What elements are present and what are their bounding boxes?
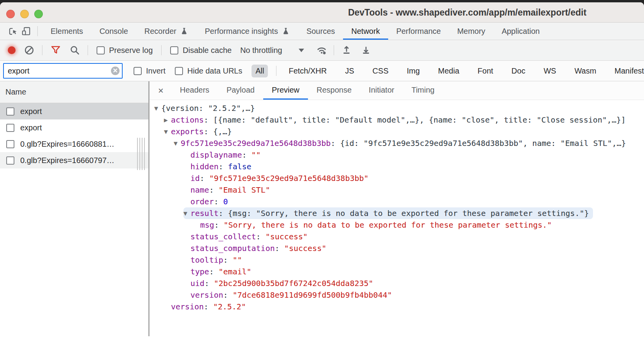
filter-chip-js[interactable]: JS xyxy=(341,65,358,77)
tree-line[interactable]: ▶actions: [{name: "default", title: "Def… xyxy=(154,114,644,126)
filter-chip-all[interactable]: All xyxy=(252,65,268,77)
json-key: version xyxy=(190,290,223,300)
request-row-checkbox[interactable] xyxy=(6,156,14,165)
requests-name-column-header[interactable]: Name xyxy=(0,81,148,103)
json-plain: : xyxy=(204,279,214,288)
json-plain: [{name: "default", title: "Default model… xyxy=(213,115,626,125)
tree-line[interactable]: ▼result: {msg: "Sorry, there is no data … xyxy=(154,207,644,219)
disable-cache-checkbox[interactable] xyxy=(170,46,178,54)
filter-chip-ws[interactable]: WS xyxy=(540,65,560,77)
json-key: result xyxy=(190,209,218,218)
filter-icon[interactable] xyxy=(50,45,61,56)
tree-line[interactable]: version: "7dce6818e911d9699fd500b9fb4bb0… xyxy=(154,289,644,301)
import-har-icon[interactable] xyxy=(341,45,352,56)
detail-tab-payload[interactable]: Payload xyxy=(218,81,263,100)
request-row[interactable]: 0.glb?Expires=16660797… xyxy=(0,152,148,168)
tab-performance-insights[interactable]: Performance insights xyxy=(197,23,298,40)
window-title: DevTools - www.shapediver.com/app/m/emai… xyxy=(290,2,644,23)
filter-chip-font[interactable]: Font xyxy=(474,65,497,77)
tree-line[interactable]: displayname: "" xyxy=(154,149,644,161)
network-main: Name exportexport0.glb?Expires=16660881…… xyxy=(0,81,644,336)
preserve-log-checkbox[interactable] xyxy=(97,46,105,54)
request-row-checkbox[interactable] xyxy=(6,124,14,132)
request-row[interactable]: export xyxy=(0,119,148,136)
tab-elements[interactable]: Elements xyxy=(42,23,91,40)
expander-triangle-icon[interactable]: ▼ xyxy=(183,211,190,216)
detail-tab-response[interactable]: Response xyxy=(308,81,360,100)
tab-label: Performance insights xyxy=(205,27,278,36)
request-row[interactable]: 0.glb?Expires=16660881… xyxy=(0,136,148,152)
filter-chip-wasm[interactable]: Wasm xyxy=(570,65,600,77)
detail-tab-headers[interactable]: Headers xyxy=(171,81,218,100)
tree-line[interactable]: order: 0 xyxy=(154,196,644,207)
hide-data-urls-checkbox[interactable] xyxy=(175,67,183,75)
tab-memory[interactable]: Memory xyxy=(449,23,493,40)
detail-tab-initiator[interactable]: Initiator xyxy=(360,81,403,100)
tab-recorder[interactable]: Recorder xyxy=(136,23,197,40)
clear-network-log-icon[interactable] xyxy=(24,45,34,55)
search-icon[interactable] xyxy=(70,45,80,55)
traffic-lights xyxy=(6,10,43,18)
tree-line[interactable]: name: "Email STL" xyxy=(154,184,644,196)
tab-console[interactable]: Console xyxy=(91,23,136,40)
json-str: "Sorry, there is no data to be exported … xyxy=(223,220,552,230)
device-toolbar-icon[interactable] xyxy=(19,25,33,38)
tab-label: Console xyxy=(99,27,128,36)
network-conditions-icon[interactable] xyxy=(316,44,327,56)
preserve-log-toggle[interactable]: Preserve log xyxy=(97,46,153,55)
filter-chip-manifest[interactable]: Manifest xyxy=(611,65,644,77)
json-str: "Email STL" xyxy=(218,185,270,195)
expander-triangle-icon[interactable]: ▶ xyxy=(164,117,171,123)
filter-chip-css[interactable]: CSS xyxy=(369,65,392,77)
requests-panel: Name exportexport0.glb?Expires=16660881…… xyxy=(0,81,148,336)
inspect-element-icon[interactable] xyxy=(6,25,19,38)
json-key: id xyxy=(190,174,200,183)
export-har-icon[interactable] xyxy=(361,45,371,56)
expander-triangle-icon[interactable]: ▼ xyxy=(154,105,161,111)
request-row-checkbox[interactable] xyxy=(6,140,14,148)
tree-line[interactable]: status_collect: "success" xyxy=(154,231,644,242)
hide-data-urls-toggle[interactable]: Hide data URLs xyxy=(175,67,242,75)
filter-chip-img[interactable]: Img xyxy=(403,65,424,77)
detail-tab-timing[interactable]: Timing xyxy=(403,81,443,100)
clear-filter-icon[interactable]: ✕ xyxy=(111,67,120,75)
close-detail-icon[interactable]: × xyxy=(150,81,171,100)
tree-line[interactable]: uid: "2bc25d900b35bd7f67242c054dda8235" xyxy=(154,277,644,289)
disable-cache-toggle[interactable]: Disable cache xyxy=(170,46,232,55)
tree-line[interactable]: type: "email" xyxy=(154,266,644,277)
json-plain: : xyxy=(204,302,213,311)
filter-chip-doc[interactable]: Doc xyxy=(508,65,530,77)
expander-triangle-icon[interactable]: ▼ xyxy=(164,129,171,135)
json-plain: : xyxy=(331,139,340,148)
expander-triangle-icon[interactable]: ▼ xyxy=(174,140,181,146)
tree-line[interactable]: ▼{version: "2.5.2",…} xyxy=(154,102,644,114)
zoom-window-button[interactable] xyxy=(34,10,43,18)
request-row[interactable]: export xyxy=(0,103,148,119)
tab-application[interactable]: Application xyxy=(493,23,548,40)
toolbar-separator xyxy=(161,45,162,55)
tree-line[interactable]: hidden: false xyxy=(154,161,644,172)
tree-line[interactable]: ▼exports: {,…} xyxy=(154,126,644,137)
tree-line[interactable]: version: "2.5.2" xyxy=(154,301,644,312)
tab-network[interactable]: Network xyxy=(343,23,388,40)
invert-checkbox[interactable] xyxy=(134,67,142,75)
record-network-log-icon[interactable] xyxy=(8,46,16,54)
tree-line[interactable]: ▼9fc571e9e35c29ed9a71e5648d38b3bb: {id: … xyxy=(154,137,644,149)
scroll-grip[interactable] xyxy=(137,138,146,170)
tab-sources[interactable]: Sources xyxy=(298,23,343,40)
tab-performance[interactable]: Performance xyxy=(388,23,449,40)
minimize-window-button[interactable] xyxy=(20,10,29,18)
invert-toggle[interactable]: Invert xyxy=(134,67,165,75)
tree-line[interactable]: msg: "Sorry, there is no data to be expo… xyxy=(154,219,644,231)
tree-line[interactable]: id: "9fc571e9e35c29ed9a71e5648d38b3bb" xyxy=(154,172,644,184)
request-row-checkbox[interactable] xyxy=(6,107,14,116)
close-window-button[interactable] xyxy=(6,10,15,18)
filter-chip-fetch-xhr[interactable]: Fetch/XHR xyxy=(285,65,331,77)
filter-chip-media[interactable]: Media xyxy=(434,65,463,77)
tree-line[interactable]: tooltip: "" xyxy=(154,254,644,266)
tree-line[interactable]: status_computation: "success" xyxy=(154,242,644,254)
filter-input[interactable] xyxy=(3,63,123,79)
tree-node: status_collect: "success" xyxy=(183,231,311,242)
throttling-select[interactable]: No throttling xyxy=(240,46,304,55)
detail-tab-preview[interactable]: Preview xyxy=(263,81,308,100)
